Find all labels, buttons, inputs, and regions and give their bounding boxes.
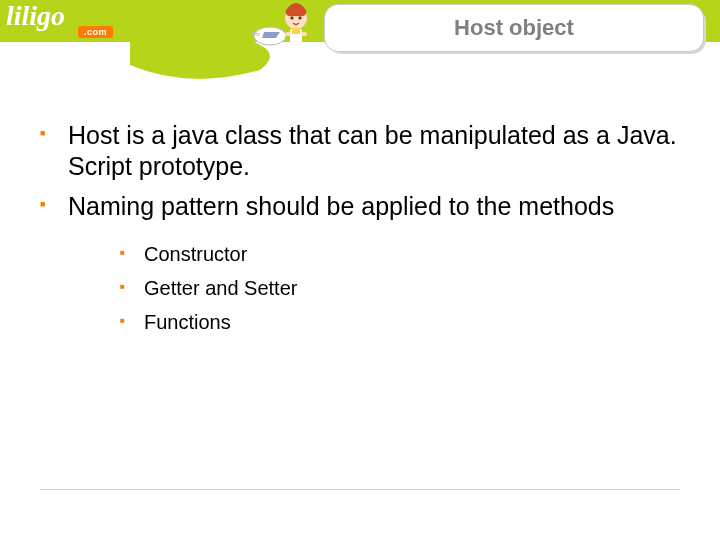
- brand-tag: .com: [78, 26, 113, 38]
- title-pill: Host object: [324, 4, 704, 52]
- list-item-text: Functions: [144, 311, 231, 333]
- slide-title: Host object: [454, 15, 574, 41]
- list-item: Constructor: [120, 240, 680, 268]
- slide: liligo .com Host object Host is a java c…: [0, 0, 720, 540]
- list-item: Naming pattern should be applied to the …: [40, 191, 680, 336]
- bullet-list-level1: Host is a java class that can be manipul…: [40, 120, 680, 336]
- list-item-text: Getter and Setter: [144, 277, 297, 299]
- list-item: Host is a java class that can be manipul…: [40, 120, 680, 183]
- footer-divider: [40, 489, 680, 490]
- slide-content: Host is a java class that can be manipul…: [40, 120, 680, 344]
- brand-name: liligo: [6, 0, 65, 31]
- list-item: Functions: [120, 308, 680, 336]
- list-item-text: Naming pattern should be applied to the …: [68, 192, 614, 220]
- list-item-text: Host is a java class that can be manipul…: [68, 121, 677, 180]
- brand-logo: liligo .com: [6, 4, 126, 38]
- bullet-list-level2: Constructor Getter and Setter Functions: [68, 240, 680, 336]
- list-item: Getter and Setter: [120, 274, 680, 302]
- list-item-text: Constructor: [144, 243, 247, 265]
